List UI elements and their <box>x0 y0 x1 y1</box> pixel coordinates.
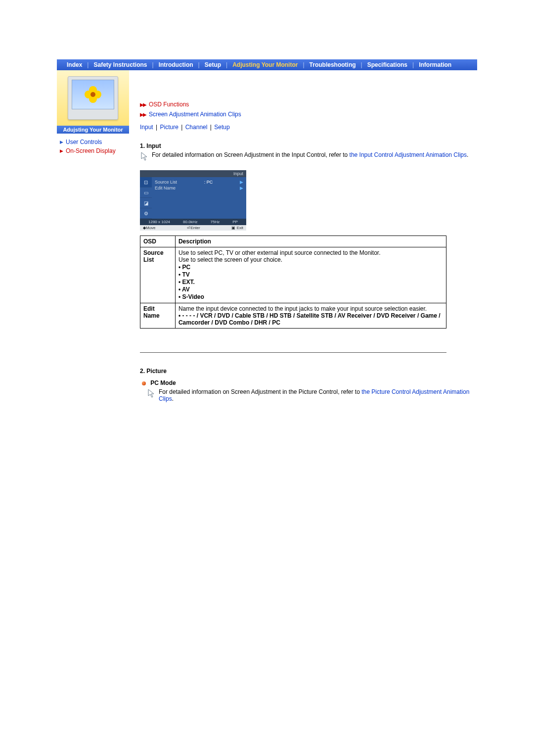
triangle-right-icon: ▶ <box>240 180 243 185</box>
section-input-note: For detailed information on Screen Adjus… <box>140 151 477 161</box>
note-suffix: . <box>172 395 174 402</box>
note-text: For detailed information on Screen Adjus… <box>152 151 350 158</box>
osd-status-vfreq: 75Hz <box>211 220 220 224</box>
bullet-item: • AV <box>178 286 443 293</box>
sublink-input[interactable]: Input <box>140 124 153 131</box>
osd-status-hfreq: 80.0kHz <box>183 220 197 224</box>
triangle-icon: ▶ <box>60 148 63 153</box>
table-cell-description: Name the input device connected to the i… <box>175 303 446 329</box>
section-picture-note: For detailed information on Screen Adjus… <box>147 388 477 402</box>
nav-information[interactable]: Information <box>414 61 456 68</box>
bullet-item: • EXT. <box>178 279 443 285</box>
nav-introduction[interactable]: Introduction <box>154 61 198 68</box>
cursor-icon <box>147 388 157 398</box>
bullet-item: • - - - - / VCR / DVD / Cable STB / HD S… <box>178 312 443 326</box>
section-picture-heading: 2. Picture <box>140 368 477 375</box>
osd-icon-channel: ◪ <box>140 198 152 208</box>
osd-title: Input <box>140 170 246 177</box>
table-row: Source List Use to select PC, TV or othe… <box>140 247 446 303</box>
section-sublinks: Input | Picture | Channel | Setup <box>140 124 477 131</box>
osd-line-value: : PC <box>204 180 213 185</box>
double-arrow-icon: ▶▶ <box>140 112 146 117</box>
sidebar-item-label: On-Screen Display <box>66 147 116 154</box>
table-cell-description: Use to select PC, TV or other external i… <box>175 247 446 303</box>
sidebar: Adujsting Your Monitor ▶ User Controls ▶… <box>57 70 129 407</box>
desc-line: Name the input device connected to the i… <box>178 305 443 312</box>
nav-index[interactable]: Index <box>62 61 87 68</box>
osd-line-label: Source List <box>155 180 177 185</box>
main-content: ▶▶ OSD Functions ▶▶ Screen Adjustment An… <box>129 70 477 407</box>
flower-icon <box>85 86 101 103</box>
bullet-item: • S-Video <box>178 293 443 300</box>
osd-status-res: 1280 x 1024 <box>148 220 170 224</box>
osd-icon-picture: ▭ <box>140 188 152 198</box>
divider <box>140 352 446 353</box>
note-suffix: . <box>467 151 468 158</box>
nav-specifications[interactable]: Specifications <box>362 61 412 68</box>
desc-line: Use to select the screen of your choice. <box>178 256 443 263</box>
func-label: Screen Adjustment Animation Clips <box>149 111 241 118</box>
mode-text: PC Mode <box>150 379 176 386</box>
monitor-thumbnail <box>57 70 129 126</box>
note-link[interactable]: the Input Control Adjustment Animation C… <box>350 151 467 158</box>
triangle-icon: ▶ <box>60 140 63 144</box>
svg-marker-1 <box>148 389 154 397</box>
table-header-osd: OSD <box>140 236 176 247</box>
top-nav: Index| Safety Instructions| Introduction… <box>57 59 477 70</box>
table-cell-osd: Source List <box>140 247 176 303</box>
nav-troubleshooting[interactable]: Troubleshooting <box>305 61 361 68</box>
sidebar-item-osd[interactable]: ▶ On-Screen Display <box>60 147 126 154</box>
osd-footer-enter: ⏎Enter <box>187 226 200 230</box>
osd-icon-input: ⊡ <box>140 177 152 188</box>
nav-safety[interactable]: Safety Instructions <box>89 61 152 68</box>
osd-line-label: Edit Name <box>155 186 176 190</box>
table-header-description: Description <box>175 236 446 247</box>
bullet-item: • TV <box>178 271 443 278</box>
bullet-item: • PC <box>178 264 443 271</box>
osd-preview-panel: Input ⊡ ▭ ◪ ⚙ Source List : PC ▶ <box>140 170 246 231</box>
desc-line: Use to select PC, TV or other external i… <box>178 249 443 256</box>
osd-description-table: OSD Description Source List Use to selec… <box>140 236 446 329</box>
sidebar-header: Adujsting Your Monitor <box>57 126 129 134</box>
triangle-right-icon: ▶ <box>240 186 243 190</box>
section-input-heading: 1. Input <box>140 142 477 149</box>
osd-status-mode: PP <box>232 220 238 224</box>
nav-adjusting[interactable]: Adjusting Your Monitor <box>227 61 303 68</box>
func-label: OSD Functions <box>149 101 189 108</box>
table-cell-osd: Edit Name <box>140 303 176 329</box>
round-bullet-icon <box>142 381 146 385</box>
osd-footer-exit: ▣ Exit <box>231 226 243 230</box>
svg-marker-0 <box>141 152 147 160</box>
sublink-picture[interactable]: Picture <box>160 124 178 131</box>
note-text: For detailed information on Screen Adjus… <box>159 388 361 395</box>
sidebar-item-label: User Controls <box>66 139 102 145</box>
animation-clips-link[interactable]: ▶▶ Screen Adjustment Animation Clips <box>140 111 477 118</box>
osd-footer-move: ◆Move <box>143 226 156 230</box>
sublink-channel[interactable]: Channel <box>185 124 208 131</box>
cursor-icon <box>140 151 150 161</box>
double-arrow-icon: ▶▶ <box>140 102 146 107</box>
osd-functions-link[interactable]: ▶▶ OSD Functions <box>140 101 477 108</box>
sublink-setup[interactable]: Setup <box>214 124 229 131</box>
table-row: Edit Name Name the input device connecte… <box>140 303 446 329</box>
osd-icon-setup: ⚙ <box>140 208 152 219</box>
sidebar-item-user-controls[interactable]: ▶ User Controls <box>60 139 126 145</box>
nav-setup[interactable]: Setup <box>200 61 226 68</box>
pc-mode-label: PC Mode <box>142 379 477 386</box>
